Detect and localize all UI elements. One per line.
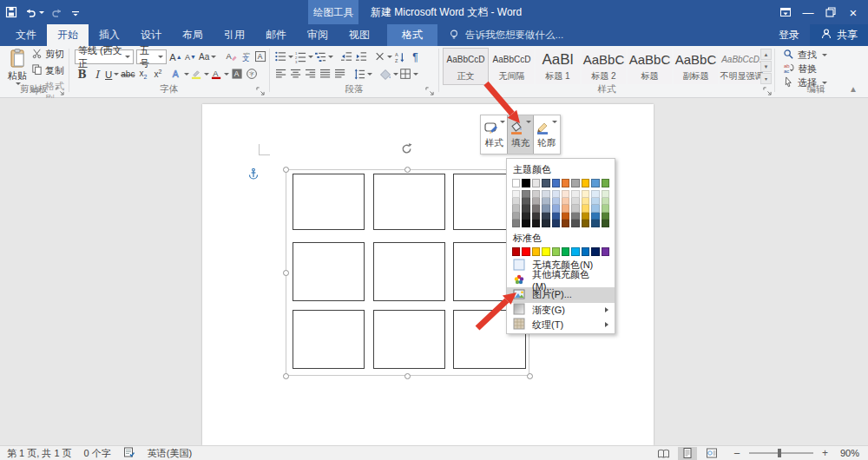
theme-variant-swatch[interactable] xyxy=(571,205,579,213)
theme-variant-swatch[interactable] xyxy=(562,205,569,213)
theme-color-swatch-9[interactable] xyxy=(591,179,599,187)
font-size-combo[interactable]: 五号 xyxy=(136,49,167,64)
superscript-icon[interactable]: x2 xyxy=(150,67,165,82)
italic-icon[interactable]: I xyxy=(89,67,104,82)
theme-variant-swatch[interactable] xyxy=(552,213,560,220)
numbering-icon[interactable]: 123 xyxy=(294,49,314,64)
theme-variant-swatch[interactable] xyxy=(542,213,549,220)
standard-color-swatch-2[interactable] xyxy=(522,247,529,256)
theme-color-swatch-8[interactable] xyxy=(582,179,589,187)
sign-in-button[interactable]: 登录 xyxy=(768,28,810,43)
theme-variant-swatch[interactable] xyxy=(602,190,609,198)
theme-variant-swatch[interactable] xyxy=(522,190,529,198)
change-case-icon[interactable]: Aa xyxy=(198,49,217,64)
justify-icon[interactable] xyxy=(319,67,333,82)
collapse-ribbon-icon[interactable]: ▲ xyxy=(849,84,858,94)
theme-color-swatch-2[interactable] xyxy=(522,179,529,187)
shading-icon[interactable] xyxy=(378,67,399,82)
selection-handle[interactable] xyxy=(527,373,533,379)
theme-variant-swatch[interactable] xyxy=(582,205,589,213)
theme-variant-swatch[interactable] xyxy=(532,198,540,206)
multilevel-list-icon[interactable] xyxy=(314,49,334,64)
theme-variant-swatch[interactable] xyxy=(571,220,579,227)
borders-icon[interactable] xyxy=(399,67,419,82)
proofing-icon[interactable] xyxy=(123,446,135,460)
theme-variant-swatch[interactable] xyxy=(532,213,540,220)
web-layout-icon[interactable] xyxy=(702,447,721,460)
theme-variant-swatch[interactable] xyxy=(552,220,560,227)
font-color-icon[interactable]: A xyxy=(210,67,230,82)
style-body-text[interactable]: AaBbCcD正文 xyxy=(444,49,488,84)
minimize-icon[interactable]: — xyxy=(797,0,819,24)
grid-rectangle-r3c2[interactable] xyxy=(373,310,445,369)
grow-font-icon[interactable]: A▲ xyxy=(168,49,183,64)
ribbon-display-options-icon[interactable] xyxy=(774,0,797,24)
decrease-indent-icon[interactable] xyxy=(339,49,354,64)
theme-variant-swatch[interactable] xyxy=(591,205,599,213)
theme-variant-swatch[interactable] xyxy=(512,198,520,206)
theme-variant-swatch[interactable] xyxy=(522,205,529,213)
theme-variant-swatch[interactable] xyxy=(542,220,549,227)
paste-button[interactable]: 粘贴 xyxy=(5,49,30,85)
styles-dialog-launcher-icon[interactable] xyxy=(763,86,772,95)
increase-indent-icon[interactable] xyxy=(354,49,369,64)
style-subtle-emphasis[interactable]: AaBbCcD.不明显强调 xyxy=(720,49,764,84)
theme-variant-swatch[interactable] xyxy=(512,205,520,213)
selection-handle[interactable] xyxy=(283,270,289,276)
text-effects-icon[interactable]: A xyxy=(171,67,190,82)
style-heading-2[interactable]: AaBbC标题 2 xyxy=(582,49,626,84)
page-info[interactable]: 第 1 页, 共 1 页 xyxy=(7,447,72,460)
tab-mailings[interactable]: 邮件 xyxy=(255,24,297,46)
zoom-slider-thumb[interactable] xyxy=(778,449,781,457)
theme-variant-swatch[interactable] xyxy=(591,220,599,227)
strikethrough-icon[interactable]: abc xyxy=(120,67,135,82)
menu-item-gradient[interactable]: 渐变(G) xyxy=(507,303,615,318)
language-indicator[interactable]: 英语(美国) xyxy=(148,447,192,460)
rotation-handle-icon[interactable] xyxy=(400,142,413,158)
theme-variant-swatch[interactable] xyxy=(532,190,540,198)
theme-variant-swatch[interactable] xyxy=(552,205,560,213)
theme-color-swatch-4[interactable] xyxy=(542,179,549,187)
standard-color-swatch-3[interactable] xyxy=(532,247,540,256)
theme-variant-swatch[interactable] xyxy=(552,198,560,206)
selection-handle[interactable] xyxy=(283,167,289,173)
selection-handle[interactable] xyxy=(404,373,411,379)
shrink-font-icon[interactable]: A▼ xyxy=(183,49,198,64)
theme-variant-swatch[interactable] xyxy=(591,213,599,220)
shape-fill-button[interactable]: 填充 xyxy=(507,115,533,154)
theme-variant-swatch[interactable] xyxy=(562,213,569,220)
theme-variant-swatch[interactable] xyxy=(571,198,579,206)
theme-variant-swatch[interactable] xyxy=(512,190,520,198)
tab-insert[interactable]: 插入 xyxy=(89,24,130,46)
theme-variant-swatch[interactable] xyxy=(571,190,579,198)
theme-variant-swatch[interactable] xyxy=(512,220,520,227)
theme-variant-swatch[interactable] xyxy=(522,220,529,227)
selection-handle[interactable] xyxy=(404,167,411,173)
shape-style-button[interactable]: 样式 xyxy=(481,115,507,154)
grid-rectangle-r1c2[interactable] xyxy=(373,174,445,230)
standard-color-swatch-10[interactable] xyxy=(602,247,609,256)
theme-color-swatch-10[interactable] xyxy=(602,179,609,187)
read-mode-icon[interactable] xyxy=(654,447,673,460)
theme-variant-swatch[interactable] xyxy=(562,220,569,227)
tab-view[interactable]: 视图 xyxy=(339,24,380,46)
tab-layout[interactable]: 布局 xyxy=(172,24,214,46)
character-border-icon[interactable]: A xyxy=(253,49,268,64)
close-icon[interactable]: × xyxy=(842,0,865,24)
theme-variant-swatch[interactable] xyxy=(542,198,549,206)
tab-format[interactable]: 格式 xyxy=(387,24,437,46)
bullets-icon[interactable] xyxy=(274,49,294,64)
clipboard-dialog-launcher-icon[interactable] xyxy=(56,86,64,95)
line-spacing-icon[interactable] xyxy=(353,67,373,82)
distribute-icon[interactable] xyxy=(333,67,348,82)
word-count[interactable]: 0 个字 xyxy=(84,447,111,460)
grid-rectangle-r2c2[interactable] xyxy=(373,242,445,301)
shape-outline-button[interactable]: 轮廓 xyxy=(534,115,560,154)
theme-color-swatch-7[interactable] xyxy=(571,179,579,187)
enclose-char-icon[interactable]: 字 xyxy=(245,67,260,82)
theme-variant-swatch[interactable] xyxy=(542,205,549,213)
theme-variant-swatch[interactable] xyxy=(602,205,609,213)
align-left-icon[interactable] xyxy=(274,67,289,82)
paragraph-dialog-launcher-icon[interactable] xyxy=(425,86,434,95)
theme-variant-swatch[interactable] xyxy=(562,190,569,198)
